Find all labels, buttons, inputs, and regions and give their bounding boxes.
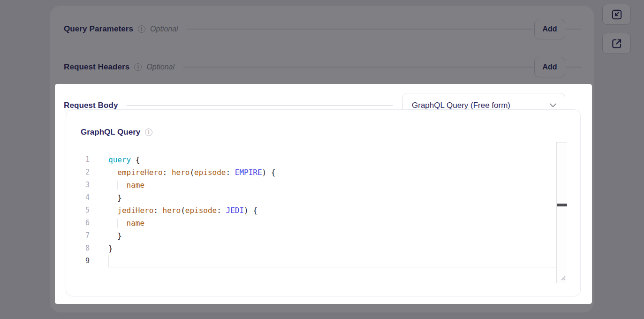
info-icon[interactable]: i xyxy=(145,129,152,136)
line-number: 9 xyxy=(66,255,90,267)
line-number: 5 xyxy=(66,204,90,217)
page-background: Query Parameters i Optional Add Request … xyxy=(0,0,644,319)
code-lines[interactable]: query { empireHero: hero(episode: EMPIRE… xyxy=(108,153,556,267)
code-line[interactable]: query { xyxy=(108,153,556,166)
open-external-button[interactable] xyxy=(602,33,631,54)
code-line[interactable]: name xyxy=(108,179,556,191)
code-editor[interactable]: 123456789 query { empireHero: hero(episo… xyxy=(66,142,567,283)
graphql-editor-panel: GraphQL Query i 123456789 query { empire… xyxy=(66,109,581,296)
line-number: 4 xyxy=(66,191,90,204)
divider xyxy=(566,29,582,30)
optional-label: Optional xyxy=(146,63,174,71)
divider xyxy=(183,67,534,68)
divider xyxy=(187,29,534,30)
add-request-header-button[interactable]: Add xyxy=(534,57,565,77)
editor-scrollbar[interactable] xyxy=(556,142,567,283)
resize-handle-icon[interactable] xyxy=(560,274,566,281)
divider xyxy=(127,105,394,106)
graphql-query-label: GraphQL Query xyxy=(81,128,140,137)
code-line[interactable]: } xyxy=(108,242,556,255)
divider xyxy=(566,67,582,68)
line-number: 3 xyxy=(66,179,90,191)
request-headers-row: Request Headers i Optional Add xyxy=(64,57,582,77)
line-number: 7 xyxy=(66,229,90,242)
info-icon[interactable]: i xyxy=(138,25,145,33)
query-parameters-title: Query Parameters xyxy=(64,24,133,34)
collapse-arrow-icon xyxy=(611,8,623,21)
line-number: 1 xyxy=(66,153,90,166)
body-type-select-value: GraphQL Query (Free form) xyxy=(412,101,510,110)
http-request-card: Query Parameters i Optional Add Request … xyxy=(50,6,594,312)
add-query-parameter-button[interactable]: Add xyxy=(534,19,565,39)
collapse-editor-button[interactable] xyxy=(602,4,631,25)
external-link-icon xyxy=(611,38,623,50)
chevron-down-icon xyxy=(550,103,556,107)
line-number-gutter: 123456789 xyxy=(66,153,90,267)
info-icon[interactable]: i xyxy=(134,63,142,71)
code-line[interactable]: } xyxy=(108,229,556,242)
optional-label: Optional xyxy=(150,25,178,33)
graphql-query-label-row: GraphQL Query i xyxy=(81,128,152,137)
code-line[interactable]: name xyxy=(108,217,556,229)
scrollbar-thumb[interactable] xyxy=(557,204,567,206)
line-number: 6 xyxy=(66,217,90,229)
code-line[interactable]: } xyxy=(108,191,556,204)
request-body-title: Request Body xyxy=(64,101,118,110)
code-line[interactable]: jediHero: hero(episode: JEDI) { xyxy=(108,204,556,217)
code-line[interactable]: empireHero: hero(episode: EMPIRE) { xyxy=(108,166,556,179)
line-number: 2 xyxy=(66,166,90,179)
request-headers-title: Request Headers xyxy=(64,62,129,72)
query-parameters-row: Query Parameters i Optional Add xyxy=(64,19,582,39)
line-number: 8 xyxy=(66,242,90,255)
code-line[interactable] xyxy=(108,255,567,267)
